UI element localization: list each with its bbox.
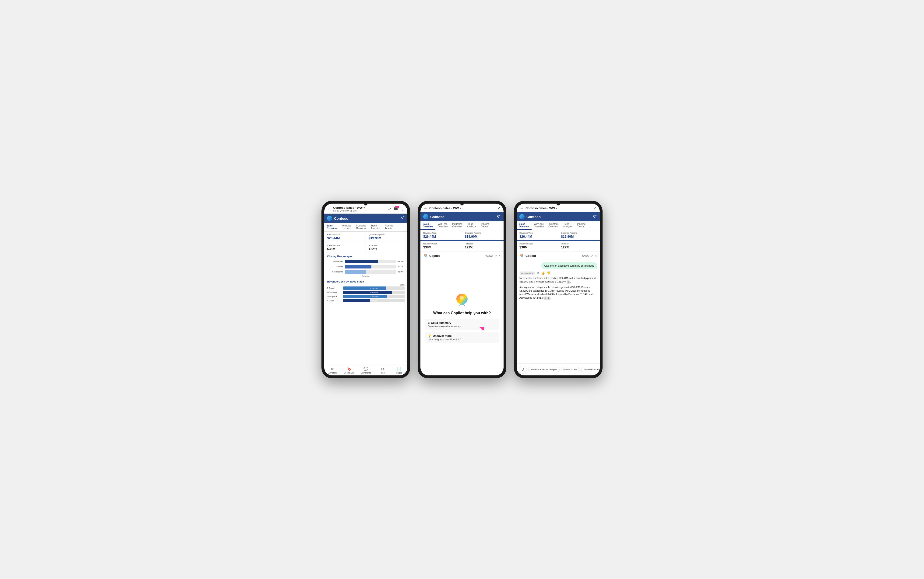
contoso-logo-3 xyxy=(519,214,525,219)
stage-row-propose: 3-Propose $7,264.68K xyxy=(327,295,405,298)
nav-pages[interactable]: 📄 Pages xyxy=(391,367,407,374)
tab-trend-2[interactable]: TrendAnalytics xyxy=(465,221,479,230)
filter-icon-2[interactable] xyxy=(496,214,501,219)
nav-label: Annotate xyxy=(329,372,337,374)
nav-label: Pages xyxy=(396,372,402,374)
filter-icon-3[interactable] xyxy=(592,214,597,219)
tab-sales-2[interactable]: SalesOverview xyxy=(420,221,435,230)
thumbs-up-icon[interactable]: 👍 xyxy=(541,271,545,275)
more-icon[interactable]: ⋮ xyxy=(401,207,404,211)
tab-pipeline-2[interactable]: PipelineTrends xyxy=(479,221,492,230)
title-chevron-3[interactable]: ∨ xyxy=(556,207,557,209)
include-more-button[interactable]: Include more details xyxy=(581,367,600,372)
svg-rect-1 xyxy=(394,209,397,210)
tab-sales-overview-1[interactable]: SalesOverview xyxy=(324,223,339,231)
copilot-close-icon-3[interactable]: × xyxy=(595,254,597,257)
stat-value: $38M xyxy=(327,247,363,251)
svg-point-19 xyxy=(593,216,594,217)
chat-area-3: Give me an executive summary of this pag… xyxy=(517,260,600,363)
title-text-2: Contoso Sales - WW xyxy=(429,206,459,210)
stat-revenue-won-1: Revenue Won $26.44M xyxy=(324,232,366,242)
stat-value: $26.44M xyxy=(327,236,363,240)
svg-point-13 xyxy=(497,216,498,217)
preview-badge-2: Preview xyxy=(484,255,493,257)
suggestion-desc-1: Give me an executive summary xyxy=(428,325,496,328)
tab-industries-3[interactable]: IndustriesOverview xyxy=(546,221,561,230)
title-chevron-2[interactable]: ∨ xyxy=(460,207,461,209)
thumbs-down-icon[interactable]: 👎 xyxy=(547,271,551,275)
nav-reset[interactable]: ↺ Reset xyxy=(374,367,391,374)
bookmarks-icon: 🔖 xyxy=(347,367,352,371)
tab-winloss-1[interactable]: Win/LossOverview xyxy=(339,223,354,231)
phone-1-screen: ← Contoso Sales - WW ∨ Sales Overview (1… xyxy=(324,204,407,375)
footnote-3: 3 xyxy=(547,296,551,300)
copilot-expand-icon-3[interactable]: ⤢ xyxy=(590,254,593,257)
back-button-2[interactable]: ← xyxy=(424,206,427,210)
title-area-3: Contoso Sales - WW ∨ xyxy=(525,206,592,210)
svg-rect-2 xyxy=(394,207,397,208)
ai-meta: AI generated ⧉ 👍 👎 xyxy=(519,271,597,275)
copilot-close-icon-2[interactable]: × xyxy=(499,254,501,257)
back-button-3[interactable]: ← xyxy=(520,206,523,210)
contoso-name-1: Contoso xyxy=(334,216,398,221)
bar-track xyxy=(345,260,396,263)
stat-goal-2: Revenue Goal $38M xyxy=(420,241,462,251)
chat-actions-3: ↺ Summarize the entire report Make it sh… xyxy=(517,363,600,375)
refresh-icon: ↺ xyxy=(522,368,524,371)
title-area-2: Contoso Sales - WW ∨ xyxy=(429,206,496,210)
stage-row-close: 4-Close $4,465.27K xyxy=(327,299,405,303)
stage-row-qualify: 1-Qualify $7,912.02K xyxy=(327,286,405,290)
suggestion-uncover-more[interactable]: 💡 Uncover more What insights should I lo… xyxy=(425,332,499,343)
layers-icon[interactable]: ☚ xyxy=(393,207,398,211)
make-shorter-button[interactable]: Make it shorter xyxy=(561,367,580,372)
stage-bar-track: $4,465.27K xyxy=(343,299,405,303)
title-area: Contoso Sales - WW ∨ Sales Overview (1 o… xyxy=(333,206,386,212)
bar-pct: 51.7% xyxy=(397,265,405,268)
stat-forecast-2: Forecast 122% xyxy=(462,241,504,251)
stat-qualified-3: Qualified Pipeline $19.90M xyxy=(558,230,600,241)
summarize-report-button[interactable]: Summarize the entire report xyxy=(528,367,559,372)
copy-icon[interactable]: ⧉ xyxy=(537,271,539,275)
ai-response-p2: Among product categories, Accessories ge… xyxy=(519,286,597,300)
expand-icon-2[interactable]: ⤢ xyxy=(497,206,500,210)
stage-bar-develop: $8,170.42K xyxy=(343,291,392,294)
svg-point-8 xyxy=(402,218,403,219)
copilot-question-2: What can Copilot help you with? xyxy=(433,311,491,315)
summary-title-text: Get a summary xyxy=(431,321,451,324)
nav-comments[interactable]: 💬 Comments xyxy=(357,367,374,374)
tab-pipeline-1[interactable]: PipelineTrends xyxy=(383,223,396,231)
copilot-body-2: What can Copilot help you with? ≡ Get a … xyxy=(420,260,504,375)
nav-bookmarks[interactable]: 🔖 Bookmarks xyxy=(341,367,357,374)
user-message-bubble: Give me an executive summary of this pag… xyxy=(541,262,597,269)
contoso-name-3: Contoso xyxy=(527,215,590,219)
tab-industries-1[interactable]: IndustriesOverview xyxy=(354,223,368,231)
expand-icon[interactable]: ⤢ xyxy=(388,207,391,211)
back-button[interactable]: ← xyxy=(327,207,331,211)
title-text: Contoso Sales - WW xyxy=(333,206,363,209)
suggestion-title-2: 💡 Uncover more xyxy=(428,334,496,338)
bar-track xyxy=(345,270,396,274)
bar-pct: 42.0% xyxy=(397,271,405,273)
filter-icon-1[interactable] xyxy=(400,216,405,221)
footnote-1: 1 xyxy=(567,280,570,284)
tab-trend-3[interactable]: TrendAnalytics xyxy=(561,221,575,230)
refresh-button-3[interactable]: ↺ xyxy=(519,366,527,373)
tab-pipeline-3[interactable]: PipelineTrends xyxy=(575,221,588,230)
contoso-band-1: Contoso xyxy=(324,214,407,223)
copilot-icons-3: ⤢ × xyxy=(590,254,597,257)
svg-rect-0 xyxy=(394,208,397,209)
phone-3-content: ← Contoso Sales - WW ∨ ⤢ Contoso xyxy=(517,204,600,375)
title-chevron[interactable]: ∨ xyxy=(363,206,365,209)
tab-winloss-2[interactable]: Win/LossOverview xyxy=(435,221,450,230)
stats-grid-3: Revenue Won $26.44M Qualified Pipeline $… xyxy=(517,230,600,252)
bar-row-warranties: Warranties 64.3% xyxy=(327,260,405,263)
tab-sales-3[interactable]: SalesOverview xyxy=(517,221,532,230)
expand-icon-3[interactable]: ⤢ xyxy=(594,206,597,210)
nav-annotate[interactable]: ✏ Annotate xyxy=(324,367,341,374)
main-title: Contoso Sales - WW ∨ xyxy=(333,206,386,209)
tab-industries-2[interactable]: IndustriesOverview xyxy=(450,221,464,230)
tab-trend-1[interactable]: TrendAnalytics xyxy=(369,223,383,231)
copilot-expand-icon-2[interactable]: ⤢ xyxy=(494,254,497,257)
suggestion-get-summary[interactable]: ≡ Get a summary Give me an executive sum… xyxy=(425,319,499,330)
tab-winloss-3[interactable]: Win/LossOverview xyxy=(532,221,546,230)
